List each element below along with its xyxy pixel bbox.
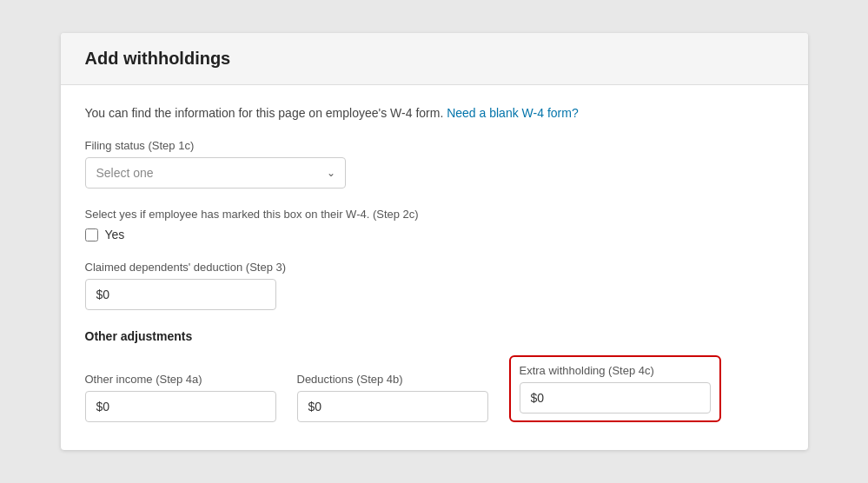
card-header: Add withholdings	[61, 33, 808, 85]
step2c-group: Select yes if employee has marked this b…	[85, 208, 784, 242]
claimed-deduction-group: Claimed dependents' deduction (Step 3)	[85, 261, 784, 310]
claimed-deduction-label: Claimed dependents' deduction (Step 3)	[85, 261, 784, 274]
w4-form-link[interactable]: Need a blank W-4 form?	[447, 106, 578, 120]
step2c-checkbox-group: Yes	[85, 228, 784, 242]
filing-status-label: Filing status (Step 1c)	[85, 139, 784, 152]
other-income-input[interactable]	[85, 391, 276, 422]
extra-withholding-label: Extra withholding (Step 4c)	[520, 364, 711, 377]
card-body: You can find the information for this pa…	[61, 85, 808, 450]
other-income-field: Other income (Step 4a)	[85, 373, 276, 422]
filing-status-select[interactable]: Select one Single or Married filing sepa…	[85, 157, 346, 189]
other-adjustments-title: Other adjustments	[85, 329, 784, 343]
adjustments-row: Other income (Step 4a) Deductions (Step …	[85, 355, 784, 422]
filing-status-select-wrapper: Select one Single or Married filing sepa…	[85, 157, 346, 189]
other-adjustments-section: Other adjustments Other income (Step 4a)…	[85, 329, 784, 422]
step2c-description: Select yes if employee has marked this b…	[85, 208, 784, 221]
yes-checkbox[interactable]	[85, 228, 98, 242]
extra-withholding-input[interactable]	[520, 382, 711, 414]
claimed-deduction-input[interactable]	[85, 279, 276, 310]
deductions-label: Deductions (Step 4b)	[297, 373, 488, 386]
yes-checkbox-label: Yes	[105, 228, 125, 242]
add-withholdings-card: Add withholdings You can find the inform…	[61, 33, 808, 450]
deductions-input[interactable]	[297, 391, 488, 422]
info-text: You can find the information for this pa…	[85, 106, 784, 120]
filing-status-group: Filing status (Step 1c) Select one Singl…	[85, 139, 784, 189]
extra-withholding-field: Extra withholding (Step 4c)	[509, 355, 721, 422]
page-title: Add withholdings	[85, 49, 784, 69]
other-income-label: Other income (Step 4a)	[85, 373, 276, 386]
deductions-field: Deductions (Step 4b)	[297, 373, 488, 422]
